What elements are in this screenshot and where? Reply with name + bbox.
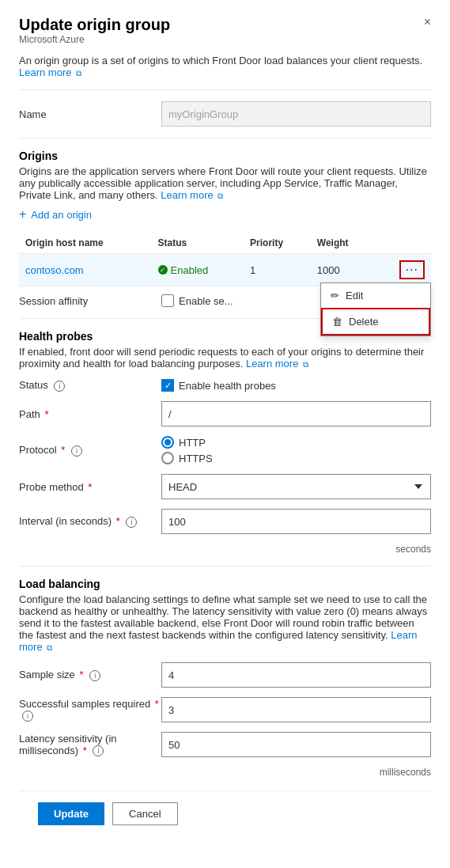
name-input[interactable] [161,101,431,127]
protocol-info-icon[interactable]: i [71,445,82,457]
header-learn-more-link[interactable]: Learn more ⧉ [19,66,81,78]
load-balancing-title: Load balancing [19,578,431,590]
latency-input[interactable] [161,732,431,757]
col-priority: Priority [244,233,311,254]
interval-label: Interval (in seconds) * i [19,515,161,528]
probe-method-select[interactable]: HEAD GET [161,474,431,499]
sample-size-required-star: * [79,669,83,680]
origins-learn-more-link[interactable]: Learn more ⧉ [161,189,223,201]
health-learn-more-ext-icon: ⧉ [303,360,308,369]
divider-4 [19,566,431,567]
protocol-https-label[interactable]: HTTPS [161,452,213,464]
health-status-label: Status i [19,379,161,392]
origin-status: ✓ Enabled [152,254,244,286]
seconds-note: seconds [19,544,431,555]
col-status: Status [152,233,244,254]
session-affinity-checkbox-label[interactable]: Enable se... [161,294,233,307]
col-weight: Weight [311,233,376,254]
load-balancing-section: Load balancing Configure the load balanc… [19,578,431,778]
sample-size-field-row: Sample size * i [19,662,431,688]
delete-menu-item[interactable]: 🗑 Delete [321,308,430,335]
origins-table-wrapper: Origin host name Status Priority Weight … [19,233,431,286]
interval-field-row: Interval (in seconds) * i [19,509,431,534]
origin-weight: 1000 [311,254,376,286]
interval-required-star: * [116,515,120,527]
path-required-star: * [44,408,48,420]
panel-subtitle: Microsoft Azure [19,34,170,45]
name-field-row: Name [19,101,431,127]
probe-method-field-row: Probe method * HEAD GET [19,474,431,499]
name-label: Name [19,108,161,120]
delete-icon: 🗑 [332,316,342,328]
health-probes-learn-more-link[interactable]: Learn more ⧉ [246,358,308,370]
interval-info-icon[interactable]: i [126,517,137,528]
session-affinity-checkbox[interactable] [161,294,174,307]
status-dot-icon: ✓ [158,265,168,275]
session-affinity-label: Session affinity [19,295,161,307]
successful-samples-label: Successful samples required * i [19,698,161,722]
add-origin-button[interactable]: + Add an origin [19,204,92,225]
latency-required-star: * [83,745,87,756]
panel-title: Update origin group [19,16,170,34]
probe-method-required-star: * [88,481,92,493]
sample-size-info-icon[interactable]: i [89,670,100,681]
path-label: Path * [19,408,161,420]
protocol-radio-group: HTTP HTTPS [161,436,213,464]
protocol-http-label[interactable]: HTTP [161,436,213,449]
panel-header: Update origin group Microsoft Azure × [19,16,431,53]
more-actions-button[interactable]: ··· [399,260,425,279]
origin-actions-cell: ··· ✏ Edit 🗑 Delete [375,254,431,286]
health-probes-section: Health probes If enabled, front door wil… [19,330,431,555]
origin-host: contoso.com [19,254,152,286]
col-host: Origin host name [19,233,152,254]
protocol-required-star: * [61,444,65,456]
origin-priority: 1 [244,254,311,286]
latency-field-row: Latency sensitivity (in milliseconds) * … [19,732,431,757]
header-learn-more-ext-icon: ⧉ [76,69,81,78]
health-status-info-icon[interactable]: i [54,381,65,392]
divider-2 [19,138,431,138]
load-balancing-description: Configure the load balancing settings to… [19,593,431,653]
health-status-checkbox-label[interactable]: Enable health probes [161,379,276,392]
origins-table: Origin host name Status Priority Weight … [19,233,431,286]
ms-note: milliseconds [19,767,431,778]
divider-1 [19,89,431,90]
health-status-checkbox[interactable] [161,379,174,392]
successful-samples-info-icon[interactable]: i [22,711,33,722]
path-input[interactable] [161,401,431,426]
protocol-field-row: Protocol * i HTTP HTTPS [19,436,431,464]
successful-samples-field-row: Successful samples required * i [19,697,431,722]
origins-section: Origins Origins are the application serv… [19,150,431,286]
origins-learn-more-ext-icon: ⧉ [217,191,223,200]
panel-footer: Update Cancel [19,790,431,836]
health-probes-description: If enabled, front door will send periodi… [19,346,431,370]
protocol-https-radio[interactable] [161,452,174,464]
edit-icon: ✏ [331,290,339,301]
status-badge: ✓ Enabled [158,264,237,276]
table-row: contoso.com ✓ Enabled 1 1000 ··· [19,254,431,286]
col-actions [375,233,431,254]
update-button[interactable]: Update [38,802,104,825]
panel-description: An origin group is a set of origins to w… [19,55,431,78]
path-field-row: Path * [19,401,431,426]
successful-samples-input[interactable] [161,697,431,722]
lb-learn-more-ext-icon: ⧉ [47,643,52,652]
origins-title: Origins [19,150,431,162]
latency-label: Latency sensitivity (in milliseconds) * … [19,733,161,757]
edit-menu-item[interactable]: ✏ Edit [321,283,430,308]
close-button[interactable]: × [424,16,431,28]
successful-samples-required-star: * [155,698,159,710]
context-menu: ✏ Edit 🗑 Delete [320,282,431,336]
health-status-row: Status i Enable health probes [19,379,431,392]
origins-description: Origins are the application servers wher… [19,165,431,201]
sample-size-input[interactable] [161,662,431,688]
interval-input[interactable] [161,509,431,534]
probe-method-label: Probe method * [19,481,161,493]
protocol-http-radio[interactable] [161,436,174,449]
sample-size-label: Sample size * i [19,669,161,681]
latency-info-icon[interactable]: i [93,745,104,756]
protocol-label: Protocol * i [19,444,161,457]
add-icon: + [19,207,26,222]
cancel-button[interactable]: Cancel [112,802,177,825]
